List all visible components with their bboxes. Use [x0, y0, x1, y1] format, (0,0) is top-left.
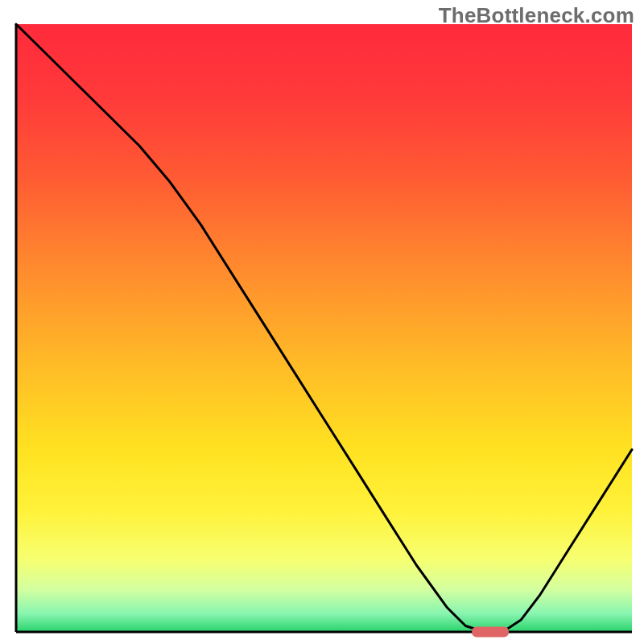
- watermark-text: TheBottleneck.com: [439, 3, 634, 28]
- optimal-zone-marker: [472, 627, 509, 638]
- chart-container: TheBottleneck.com: [0, 0, 644, 644]
- bottleneck-chart: [0, 0, 644, 644]
